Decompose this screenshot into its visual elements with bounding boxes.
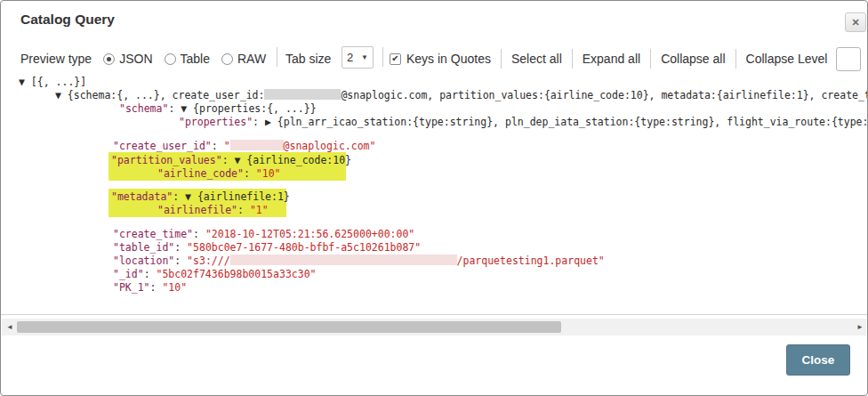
toolbar-divider — [277, 47, 277, 67]
chevron-down-icon: ▼ — [361, 53, 368, 61]
json-plain: : ▶ {pln_arr_icao_station:{type:string},… — [253, 116, 868, 128]
collapse-level-input[interactable] — [836, 47, 861, 71]
json-row[interactable]: "table_id": "580bc0e7-1677-480b-bfbf-a5c… — [113, 241, 421, 255]
json-key: "_id" — [113, 268, 144, 280]
preview-type-group: Preview type JSONTableRAW — [20, 47, 266, 70]
close-icon[interactable]: ✕ — [845, 12, 866, 32]
json-row[interactable]: "airlinefile": "1" — [157, 204, 269, 217]
json-row[interactable]: "PK_1": "10" — [113, 281, 187, 295]
json-plain: : ▼ {properties:{, ...}} — [168, 102, 316, 115]
json-row[interactable]: "schema": ▼ {properties:{, ...}} — [119, 102, 317, 116]
json-plain: @snaplogic.com, partition_values:{airlin… — [341, 89, 868, 101]
radio-icon[interactable] — [103, 53, 115, 65]
json-value: "2018-10-12T05:21:56.625000+00:00" — [205, 228, 414, 240]
json-plain: ▼ [{, ...}] — [19, 76, 86, 88]
json-plain: : — [144, 268, 157, 280]
json-row[interactable]: ▼ [{, ...}] — [19, 76, 86, 89]
radio-icon[interactable] — [165, 53, 176, 65]
json-row[interactable]: "create_user_id": "@snaplogic.com" — [113, 140, 375, 153]
preview-option-json[interactable]: JSON — [103, 52, 152, 66]
dialog-title: Catalog Query — [20, 12, 115, 28]
json-key: "create_time" — [113, 228, 193, 240]
json-plain: : ▼ {airline_code:10} — [222, 154, 351, 166]
json-key: "PK_1" — [113, 281, 150, 294]
json-key: "table_id" — [113, 241, 174, 254]
json-value: "5bc02f7436b98b0015a33c30" — [156, 268, 316, 280]
json-key: "properties" — [179, 116, 253, 128]
scroll-right-icon[interactable]: ► — [856, 322, 864, 332]
keys-in-quotes-checkbox[interactable]: ✔ — [390, 53, 401, 65]
json-plain: : — [174, 241, 187, 254]
tab-size-select[interactable]: 2 ▼ — [342, 46, 374, 69]
json-row[interactable]: ▼ {schema:{, ...}, create_user_id:@snapl… — [55, 89, 868, 102]
radio-label: RAW — [237, 52, 266, 66]
json-row[interactable]: "create_time": "2018-10-12T05:21:56.6250… — [113, 228, 414, 241]
json-row[interactable]: "_id": "5bc02f7436b98b0015a33c30" — [113, 268, 317, 281]
redacted-text — [264, 89, 341, 100]
select-all-button[interactable]: Select all — [511, 52, 562, 66]
json-value: "s3:/// — [187, 255, 229, 267]
json-value: @snaplogic.com" — [284, 140, 376, 152]
keys-in-quotes-label: Keys in Quotes — [406, 52, 491, 66]
collapse-level-button[interactable]: Collapse Level — [746, 52, 828, 66]
catalog-query-dialog: Catalog Query ✕ Preview type JSONTableRA… — [0, 0, 868, 396]
toolbar-divider — [572, 49, 573, 69]
json-key: "partition_values" — [111, 154, 222, 166]
json-key: "airline_code" — [157, 167, 244, 180]
json-row[interactable]: "properties": ▶ {pln_arr_icao_station:{t… — [179, 116, 868, 129]
redacted-text — [230, 140, 284, 150]
json-plain: : — [193, 228, 205, 240]
json-value: "10" — [162, 281, 187, 294]
tab-size-label: Tab size — [285, 52, 331, 66]
json-key: "create_user_id" — [113, 140, 212, 152]
preview-type-label: Preview type — [20, 52, 92, 66]
json-plain: ▼ {schema:{, ...}, create_user_id: — [55, 89, 264, 101]
json-plain: : — [212, 140, 224, 152]
json-plain: : — [174, 255, 187, 267]
preview-option-table[interactable]: Table — [165, 52, 210, 66]
radio-dot — [107, 57, 111, 61]
preview-option-raw[interactable]: RAW — [221, 52, 266, 66]
json-value: "580bc0e7-1677-480b-bfbf-a5c10261b087" — [187, 241, 421, 254]
json-value: "10" — [256, 167, 281, 180]
json-row[interactable]: "partition_values": ▼ {airline_code:10} — [111, 154, 351, 167]
radio-label: JSON — [119, 52, 152, 66]
close-button[interactable]: Close — [786, 344, 850, 376]
scroll-left-icon[interactable]: ◄ — [6, 322, 13, 332]
toolbar-divider — [501, 49, 502, 69]
json-key: "location" — [113, 255, 174, 267]
tab-size-value: 2 — [347, 51, 353, 64]
toolbar-divider — [382, 47, 383, 67]
pane-divider — [1, 314, 868, 315]
json-key: "schema" — [119, 102, 168, 115]
redacted-text — [230, 255, 457, 265]
json-row[interactable]: "metadata": ▼ {airlinefile:1} — [111, 190, 290, 204]
json-row[interactable]: "airline_code": "10" — [157, 167, 281, 181]
json-key: "metadata" — [111, 190, 173, 203]
horizontal-scrollbar-thumb[interactable] — [17, 321, 561, 333]
radio-label: Table — [181, 52, 210, 66]
json-value: "1" — [250, 204, 269, 216]
expand-all-button[interactable]: Expand all — [583, 52, 640, 66]
collapse-all-button[interactable]: Collapse all — [661, 52, 725, 66]
json-preview-pane: ▼ [{, ...}]▼ {schema:{, ...}, create_use… — [1, 72, 868, 314]
json-plain: : — [244, 167, 256, 180]
json-value: /parquetesting1.parquet" — [457, 255, 605, 267]
json-plain: : — [150, 281, 163, 294]
preview-options: JSONTableRAW — [103, 52, 266, 66]
json-key: "airlinefile" — [157, 204, 237, 216]
json-row[interactable]: "location": "s3:////parquetesting1.parqu… — [113, 255, 605, 268]
json-plain: : ▼ {airlinefile:1} — [173, 190, 290, 203]
toolbar-divider — [735, 49, 736, 69]
toolbar-actions: ✔ Keys in Quotes Select allExpand allCol… — [390, 47, 861, 70]
radio-icon[interactable] — [221, 53, 233, 65]
json-plain: : — [237, 204, 250, 216]
json-value: " — [224, 140, 230, 152]
toolbar-divider — [650, 49, 651, 69]
